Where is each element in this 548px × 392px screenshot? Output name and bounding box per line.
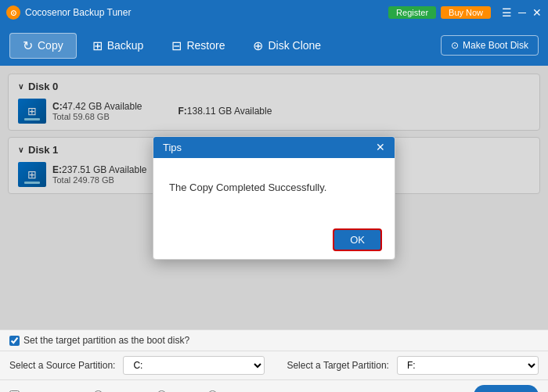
copy-icon: ↻ (23, 38, 33, 53)
boot-checkbox-text: Set the target partition as the boot dis… (23, 335, 189, 346)
make-boot-button[interactable]: ⊙ Make Boot Disk (441, 35, 539, 56)
modal-overlay: Tips ✕ The Copy Completed Successfully. … (0, 66, 548, 329)
restore-label: Restore (186, 39, 225, 52)
title-bar: ⊙ Cocosenor Backup Tuner Register Buy No… (0, 0, 548, 25)
source-partition-select[interactable]: C: (123, 356, 265, 375)
menu-icon[interactable]: ☰ (502, 7, 512, 18)
buynow-button[interactable]: Buy Now (441, 6, 491, 19)
boot-checkbox[interactable] (9, 336, 20, 346)
modal-body: The Copy Completed Successfully. (153, 158, 395, 221)
disk-clone-icon: ⊕ (253, 38, 263, 53)
app-logo: ⊙ (6, 5, 20, 20)
target-partition-select[interactable]: F: (397, 356, 539, 375)
close-icon[interactable]: ✕ (532, 7, 542, 18)
boot-checkbox-label[interactable]: Set the target partition as the boot dis… (9, 335, 189, 346)
partition-row: Select a Source Partition: C: Select a T… (0, 351, 548, 379)
tips-modal: Tips ✕ The Copy Completed Successfully. … (153, 136, 395, 260)
disk-clone-label: Disk Clone (268, 39, 321, 52)
backup-label: Backup (107, 39, 144, 52)
app-title: Cocosenor Backup Tuner (25, 7, 388, 18)
modal-close-button[interactable]: ✕ (376, 142, 385, 153)
backup-button[interactable]: ⊞ Backup (80, 34, 157, 58)
modal-title: Tips (163, 142, 182, 153)
copy-label: Copy (38, 39, 63, 52)
restore-button[interactable]: ⊟ Restore (159, 34, 237, 58)
modal-message: The Copy Completed Successfully. (169, 182, 379, 193)
after-finished-bar: After Finished: Shutdown Restart Hiberna… (0, 379, 548, 392)
main-content: ∨ Disk 0 ⊞ C:47.42 GB Available Total 59… (0, 66, 548, 329)
toolbar: ↻ Copy ⊞ Backup ⊟ Restore ⊕ Disk Clone ⊙… (0, 25, 548, 66)
target-partition-label: Select a Target Partition: (287, 360, 389, 371)
window-controls: ☰ ─ ✕ (502, 7, 542, 18)
disk-clone-button[interactable]: ⊕ Disk Clone (240, 34, 333, 58)
start-button[interactable]: ▶ Start (474, 385, 539, 392)
make-boot-icon: ⊙ (451, 40, 459, 51)
make-boot-label: Make Boot Disk (463, 40, 528, 51)
minimize-icon[interactable]: ─ (518, 7, 526, 18)
modal-header: Tips ✕ (153, 137, 395, 158)
toolbar-right: ⊙ Make Boot Disk (441, 35, 539, 56)
restore-icon: ⊟ (171, 38, 182, 53)
boot-checkbox-row: Set the target partition as the boot dis… (0, 329, 548, 351)
ok-button[interactable]: OK (333, 228, 382, 251)
title-bar-buttons: Register Buy Now ☰ ─ ✕ (388, 6, 542, 19)
modal-footer: OK (153, 221, 395, 259)
source-partition-label: Select a Source Partition: (9, 360, 115, 371)
copy-button[interactable]: ↻ Copy (9, 33, 77, 59)
register-button[interactable]: Register (388, 6, 436, 19)
backup-icon: ⊞ (92, 38, 103, 53)
